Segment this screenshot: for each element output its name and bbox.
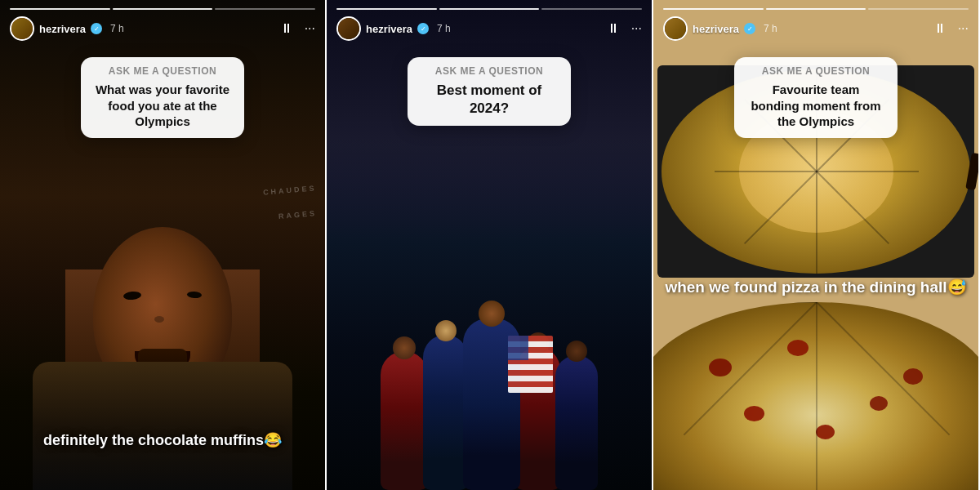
more-icon-3[interactable]: ···: [958, 21, 969, 36]
controls-1: ⏸ ···: [280, 21, 315, 36]
question-text-3: Favourite team bonding moment from the O…: [747, 82, 884, 130]
time-ago-1: 7 h: [110, 23, 124, 34]
verified-icon-1: ✓: [91, 23, 102, 34]
pepperoni-3: [903, 368, 923, 385]
progress-3-3: [868, 8, 969, 10]
verified-icon-3: ✓: [744, 23, 755, 34]
avatar-1: [10, 16, 34, 41]
gymnast-head-5: [566, 341, 587, 362]
slice-line-bottom-1: [816, 302, 817, 490]
panel1-header: hez​rivera ✓ 7 h ⏸ ···: [0, 0, 325, 46]
eye-right: [186, 292, 201, 299]
more-icon-2[interactable]: ···: [631, 21, 642, 36]
gymnast-figure-3: [463, 318, 520, 490]
controls-3: ⏸ ···: [933, 21, 969, 36]
avatar-3: [663, 16, 688, 41]
pizza-caption: when we found pizza in the dining hall😅: [662, 278, 970, 298]
avatar-image-2: [338, 18, 359, 39]
avatar-image-3: [665, 18, 686, 39]
progress-3: [215, 8, 315, 10]
progress-1: [10, 8, 110, 10]
progress-3-1: [663, 8, 764, 10]
username-1: hez​rivera: [39, 23, 86, 35]
question-label-2: Ask me a question: [421, 65, 558, 77]
question-label-3: Ask me a question: [747, 65, 884, 77]
user-row-3: hez​rivera ✓ 7 h ⏸ ···: [663, 16, 969, 41]
gymnast-figure-5: [555, 355, 598, 490]
progress-2-3: [541, 8, 642, 10]
progress-2-1: [336, 8, 437, 10]
question-box-2: Ask me a question Best moment of 2024?: [408, 57, 571, 126]
progress-bars-3: [663, 8, 969, 10]
pause-icon-2[interactable]: ⏸: [607, 21, 620, 36]
eye-left: [123, 291, 142, 301]
pepperoni-2: [787, 340, 808, 356]
user-info-1[interactable]: hez​rivera ✓ 7 h: [10, 16, 124, 41]
story-panel-2: hez​rivera ✓ 7 h ⏸ ··· Ask me a question…: [327, 0, 653, 490]
gymnast-head-1: [393, 336, 416, 359]
user-info-3[interactable]: hez​rivera ✓ 7 h: [663, 16, 777, 41]
gymnast-group: [346, 137, 632, 490]
avatar-image-1: [11, 18, 33, 39]
pause-icon-1[interactable]: ⏸: [280, 21, 293, 36]
gymnast-figure-2: [423, 335, 468, 490]
progress-2-2: [439, 8, 540, 10]
caption-1: definitely the chocolate muffins😂: [43, 431, 282, 449]
pepperoni-1: [709, 359, 732, 376]
time-ago-2: 7 h: [437, 23, 451, 34]
more-icon-1[interactable]: ···: [305, 21, 315, 36]
panel3-header: hez​rivera ✓ 7 h ⏸ ···: [653, 0, 978, 46]
gymnast-figure-1: [381, 351, 428, 490]
clothing: [33, 362, 292, 491]
nose: [154, 316, 164, 323]
question-text-2: Best moment of 2024?: [421, 82, 558, 118]
time-ago-3: 7 h: [764, 23, 777, 34]
flag: [508, 336, 553, 393]
verified-icon-2: ✓: [417, 23, 429, 34]
gymnast-head-3: [479, 301, 505, 327]
controls-2: ⏸ ···: [607, 21, 642, 36]
slice-line-bottom-4: [653, 302, 817, 303]
progress-bars-2: [336, 8, 642, 10]
user-row-2: hez​rivera ✓ 7 h ⏸ ···: [336, 16, 642, 41]
story-panel-1: CHAUDES RAGES: [0, 0, 327, 490]
question-box-1: Ask me a question What was your favorite…: [81, 57, 244, 138]
question-text-1: What was your favorite food you ate at t…: [94, 82, 231, 130]
question-label-1: Ask me a question: [94, 65, 231, 77]
progress-3-2: [766, 8, 866, 10]
progress-2: [113, 8, 213, 10]
team-scene: [327, 137, 652, 490]
flag-canton: [508, 336, 528, 360]
avatar-2: [336, 16, 361, 41]
user-row-1: hez​rivera ✓ 7 h ⏸ ···: [10, 16, 315, 41]
pepperoni-6: [816, 425, 835, 439]
user-info-2[interactable]: hez​rivera ✓ 7 h: [336, 16, 451, 41]
story-panel-3: when we found pizza in the dining hall😅 …: [653, 0, 980, 490]
username-3: hez​rivera: [693, 23, 739, 35]
pizza-bottom: [653, 302, 980, 490]
panel2-header: hez​rivera ✓ 7 h ⏸ ···: [327, 0, 652, 46]
pause-icon-3[interactable]: ⏸: [933, 21, 947, 36]
pepperoni-4: [744, 406, 764, 421]
gymnast-head-2: [435, 320, 457, 341]
question-box-3: Ask me a question Favourite team bonding…: [734, 57, 898, 138]
username-2: hez​rivera: [366, 23, 412, 35]
progress-bars: [10, 8, 315, 10]
pepperoni-5: [870, 396, 888, 411]
